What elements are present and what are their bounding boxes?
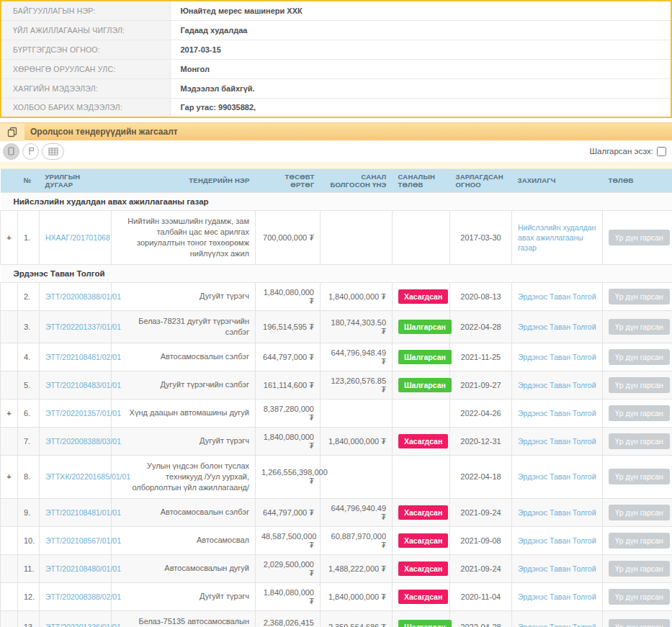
column-header: САНАЛЫН ТӨЛӨВ	[393, 169, 450, 192]
group-header-label: Эрдэнэс Таван Толгой	[1, 264, 672, 282]
invitation-link[interactable]: ЭТТ/202008388/03/01	[45, 437, 121, 446]
budget-value: 8,387,280,000 ₮	[256, 399, 321, 427]
invitation-link[interactable]: ЭТТ/202201336/01/01	[45, 623, 121, 627]
invitation-link[interactable]: ЭТТ/202201337/01/01	[45, 322, 121, 331]
row-number: 8.	[18, 455, 40, 498]
invitation-link[interactable]: НХААГ/201701068	[45, 233, 110, 242]
client-link[interactable]: Эрдэнэс Таван Толгой	[518, 564, 596, 573]
table-row: +1.НХААГ/201701068Нийтийн зээмшлийн гуда…	[1, 210, 672, 264]
client-cell: Эрдэнэс Таван Толгой	[512, 554, 603, 582]
info-value: 2017-03-15	[170, 40, 671, 59]
announced-date: 2017-03-30	[450, 210, 512, 264]
announced-date: 2022-04-18	[450, 455, 512, 498]
result-status-button[interactable]: Үр дүн гарсан	[609, 619, 670, 627]
group-row: Нийслэлийн худалдан авах ажиллагааны газ…	[1, 192, 672, 210]
client-cell: Эрдэнэс Таван Толгой	[512, 282, 603, 310]
offer-value: 644,796,948.49 ₮	[321, 343, 393, 371]
cream-divider	[0, 162, 672, 169]
result-status-button[interactable]: Үр дүн гарсан	[609, 405, 670, 421]
result-status-button[interactable]: Үр дүн гарсан	[609, 377, 670, 393]
client-link[interactable]: Эрдэнэс Таван Толгой	[518, 592, 596, 601]
info-label: БҮРТГЭГДСЭН ОГНОО:	[1, 40, 170, 59]
result-status-button[interactable]: Үр дүн гарсан	[609, 561, 670, 577]
offer-value	[321, 455, 393, 498]
client-cell: Эрдэнэс Таван Толгой	[512, 455, 603, 498]
invitation-link[interactable]: ЭТТХК/202201685/01/01	[45, 472, 130, 481]
result-status-button[interactable]: Үр дүн гарсан	[609, 319, 670, 335]
client-link[interactable]: Эрдэнэс Таван Толгой	[518, 536, 596, 545]
result-status-button[interactable]: Үр дүн гарсан	[609, 349, 670, 365]
offer-status-cell: Хасагдсан	[393, 498, 450, 526]
info-row: БҮРТГЭГДСЭН ОГНОО:2017-03-15	[1, 40, 671, 59]
result-status-button[interactable]: Үр дүн гарсан	[609, 433, 670, 449]
invitation-link[interactable]: ЭТТ/202108481/01/01	[45, 508, 121, 517]
result-status-button[interactable]: Үр дүн гарсан	[609, 533, 670, 549]
offer-value	[321, 399, 393, 427]
tender-name: Автосамосвалын сэлбэг	[112, 343, 256, 371]
column-header: УРИЛГЫН ДУГААР	[40, 169, 112, 192]
invitation-link[interactable]: ЭТТ/202108480/01/01	[45, 564, 121, 573]
document-view-button[interactable]	[3, 143, 19, 160]
invitation-cell: ЭТТХК/202201685/01/01	[40, 455, 112, 498]
company-info-table: БАЙГУУЛЛАГЫН НЭР:Юнайтед мерес машинери …	[0, 0, 672, 118]
client-link[interactable]: Эрдэнэс Таван Толгой	[518, 623, 596, 627]
info-value: Монгол	[170, 59, 671, 78]
client-cell: Эрдэнэс Таван Толгой	[512, 427, 603, 455]
offer-status-cell: Хасагдсан	[393, 554, 450, 582]
table-row: 2.ЭТТ/202008388/01/01Дугуйт түрэгч1,840,…	[1, 282, 672, 310]
expand-plus-icon[interactable]: +	[6, 409, 11, 418]
table-row: 9.ЭТТ/202108481/01/01Автосамосвалын сэлб…	[1, 498, 672, 526]
offer-status-cell	[393, 455, 450, 498]
client-link[interactable]: Эрдэнэс Таван Толгой	[518, 381, 596, 389]
budget-value: 2,029,500,000 ₮	[256, 554, 321, 582]
result-status-button[interactable]: Үр дүн гарсан	[609, 289, 670, 305]
tender-name: Автосамосвалын сэлбэг	[112, 498, 256, 526]
expand-plus-icon[interactable]: +	[6, 472, 11, 481]
budget-value: 1,266,556,398,000 ₮	[256, 455, 321, 498]
client-link[interactable]: Эрдэнэс Таван Толгой	[518, 409, 596, 418]
table-view-button[interactable]	[42, 143, 64, 160]
invitation-link[interactable]: ЭТТ/202008388/01/01	[45, 292, 121, 301]
offer-value: 60,887,970,000 ₮	[321, 526, 393, 554]
client-link[interactable]: Эрдэнэс Таван Толгой	[518, 322, 596, 331]
result-status-button[interactable]: Үр дүн гарсан	[609, 230, 670, 245]
invitation-cell: ЭТТ/202201336/01/01	[40, 610, 112, 627]
result-status-button[interactable]: Үр дүн гарсан	[609, 589, 670, 605]
client-link[interactable]: Эрдэнэс Таван Толгой	[518, 472, 596, 481]
tender-name: Дугуйт түрэгч	[112, 427, 256, 455]
invitation-link[interactable]: ЭТТ/202008388/02/01	[45, 592, 121, 601]
expand-cell[interactable]: +	[1, 455, 18, 498]
status-cell: Үр дүн гарсан	[603, 526, 672, 554]
budget-value: 2,368,026,415 ₮	[256, 610, 321, 627]
expand-cell[interactable]: +	[1, 399, 18, 427]
company-info-body: БАЙГУУЛЛАГЫН НЭР:Юнайтед мерес машинери …	[1, 1, 671, 117]
result-status-button[interactable]: Үр дүн гарсан	[609, 505, 670, 520]
tender-name: Автосамосвал	[112, 526, 256, 554]
invitation-link[interactable]: ЭТТ/202108567/01/01	[45, 536, 121, 545]
client-link[interactable]: Эрдэнэс Таван Толгой	[518, 353, 596, 361]
info-value: Юнайтед мерес машинери ХХК	[170, 1, 671, 20]
row-number: 4.	[18, 343, 40, 371]
table-header-row: №УРИЛГЫН ДУГААРТЕНДЕРИЙН НЭРТӨСӨВТ ӨРТӨГ…	[1, 169, 672, 192]
invitation-link[interactable]: ЭТТ/202108483/01/01	[45, 381, 121, 389]
status-cell: Үр дүн гарсан	[603, 455, 672, 498]
client-cell: Эрдэнэс Таван Толгой	[512, 371, 603, 399]
client-link[interactable]: Эрдэнэс Таван Толгой	[518, 437, 596, 446]
client-link[interactable]: Эрдэнэс Таван Толгой	[518, 508, 596, 517]
expand-cell[interactable]: +	[1, 210, 18, 264]
invitation-cell: ЭТТ/202008388/01/01	[40, 282, 112, 310]
invitation-link[interactable]: ЭТТ/202201357/01/01	[45, 409, 121, 418]
invitation-cell: ЭТТ/202108481/01/01	[40, 498, 112, 526]
invitation-cell: ЭТТ/202108483/01/01	[40, 371, 112, 399]
client-link[interactable]: Эрдэнэс Таван Толгой	[518, 292, 596, 301]
client-link[interactable]: Нийслэлийн худалдан авах ажиллагааны газ…	[518, 223, 596, 252]
column-header: ЗАХИЛАГЧ	[512, 169, 603, 192]
client-cell: Эрдэнэс Таван Толгой	[512, 526, 603, 554]
result-status-button[interactable]: Үр дүн гарсан	[609, 469, 670, 484]
expand-plus-icon[interactable]: +	[6, 233, 11, 242]
tender-name: Белаз-78231 дугуйт түрэгчийн сэлбэг	[112, 310, 256, 343]
offer-status-badge: Хасагдсан	[398, 289, 448, 304]
passed-filter-checkbox[interactable]	[657, 147, 666, 156]
flag-report-button[interactable]	[22, 143, 39, 160]
invitation-link[interactable]: ЭТТ/202108481/02/01	[45, 353, 121, 361]
